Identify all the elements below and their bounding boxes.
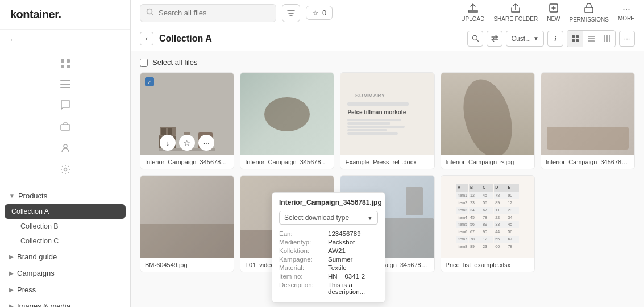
filter-button[interactable] xyxy=(282,4,300,22)
card-thumbnail xyxy=(140,176,234,258)
search-input[interactable] xyxy=(159,9,270,17)
select-all-checkbox[interactable] xyxy=(140,59,148,67)
svg-rect-12 xyxy=(585,7,593,13)
file-card[interactable]: Interior_Campaign_3456787.jpg xyxy=(541,72,635,169)
custom-dropdown[interactable]: Cust... ▼ xyxy=(506,31,544,47)
nav-group-header-press[interactable]: ▶ Press xyxy=(0,281,130,298)
chevron-right-icon: ▶ xyxy=(9,270,14,276)
list-view-button[interactable] xyxy=(583,31,599,47)
info-button[interactable]: i xyxy=(547,31,563,47)
options-button[interactable]: ··· xyxy=(619,31,635,47)
more-action[interactable]: ··· MORE xyxy=(618,4,635,22)
sidebar-item-collection-c[interactable]: Collection C xyxy=(0,234,130,248)
favorites-button[interactable]: ☆ 0 xyxy=(306,6,333,20)
share-folder-action[interactable]: SHARE FOLDER xyxy=(493,3,538,22)
tooltip-value: Packshot xyxy=(328,239,355,246)
svg-rect-23 xyxy=(609,35,610,42)
chevron-right-icon: ▶ xyxy=(9,287,14,293)
star-icon: ☆ xyxy=(312,9,319,17)
favorite-overlay-button[interactable]: ☆ xyxy=(179,135,195,151)
search-icon xyxy=(146,8,154,18)
detail-view-button[interactable] xyxy=(599,31,615,47)
nav-group-header-campaigns[interactable]: ▶ Campaigns xyxy=(0,265,130,281)
nav-group-header-brand[interactable]: ▶ Brand guide xyxy=(0,248,130,265)
permissions-action[interactable]: PERMISSIONS xyxy=(570,3,609,23)
search-bar[interactable] xyxy=(140,4,276,22)
sidebar-nav: ▼ Products Collection A Collection B Col… xyxy=(0,184,130,307)
chevron-down-icon: ▼ xyxy=(9,193,15,199)
chevron-left-icon: ‹ xyxy=(146,35,148,43)
card-name: Interior_Campaign_3456781.jpg xyxy=(145,159,229,165)
tooltip-key: Kampagne: xyxy=(279,256,325,263)
download-type-select[interactable]: Select download type ▼ xyxy=(279,211,378,225)
swap-button[interactable] xyxy=(487,31,502,47)
sidebar-person-icon[interactable] xyxy=(0,137,130,159)
card-overlay: ↓ ☆ ··· xyxy=(140,73,234,155)
new-icon xyxy=(549,3,558,15)
sidebar-settings-icon[interactable] xyxy=(0,159,130,180)
new-action[interactable]: NEW xyxy=(547,3,560,22)
breadcrumb-actions: Cust... ▼ i ··· xyxy=(467,30,635,47)
tooltip-row-kollektion: Kollektion: AW21 xyxy=(279,247,378,254)
svg-rect-20 xyxy=(588,40,595,42)
file-card[interactable]: ↓ ☆ ··· Interior_Campaign_3456781.jpg xyxy=(140,72,234,169)
sidebar-briefcase-icon[interactable] xyxy=(0,115,130,137)
tooltip-key: Description: xyxy=(279,281,325,295)
more-overlay-button[interactable]: ··· xyxy=(198,135,214,151)
tooltip-value: HN – 0341-2 xyxy=(328,273,365,280)
file-card[interactable]: BM-604549.jpg xyxy=(140,175,234,272)
card-info: Interior_Campaign_3456787.jpg xyxy=(541,155,634,169)
logo-text: kontainer. xyxy=(10,8,61,20)
card-info: Interior_Campaign_3456789.jpg xyxy=(240,155,334,169)
permissions-label: PERMISSIONS xyxy=(570,16,609,23)
card-name: BM-604549.jpg xyxy=(145,262,229,268)
sidebar-icon-back[interactable]: ← xyxy=(0,30,130,49)
tooltip-row-kampagne: Kampagne: Summer xyxy=(279,256,378,263)
svg-rect-15 xyxy=(576,35,579,38)
back-button[interactable]: ‹ xyxy=(140,32,153,45)
sidebar-item-label: Collection A xyxy=(11,208,49,215)
tooltip-key: Kollektion: xyxy=(279,247,325,254)
file-card[interactable]: A B C D E item112457890 item223568912 it… xyxy=(441,175,535,272)
custom-label: Cust... xyxy=(511,35,531,43)
svg-rect-14 xyxy=(572,35,575,38)
svg-rect-21 xyxy=(604,35,605,42)
upload-action[interactable]: UPLOAD xyxy=(461,3,484,22)
sidebar-grid-icon[interactable] xyxy=(0,53,130,74)
card-name: Interior_Campaign_3456787.jpg xyxy=(546,159,630,165)
sidebar-item-collection-a[interactable]: Collection A xyxy=(5,204,126,219)
topbar: ☆ 0 UPLOAD SHARE FOLDER NEW xyxy=(131,0,644,26)
search-button[interactable] xyxy=(467,31,483,47)
view-toggle xyxy=(567,30,616,47)
file-card[interactable]: — SUMMARY — Pelce tillman morkole Exampl… xyxy=(340,72,434,169)
nav-group-press: ▶ Press xyxy=(0,281,130,298)
card-thumbnail xyxy=(240,73,334,155)
nav-group-header-products[interactable]: ▼ Products xyxy=(0,188,130,204)
grid-view-button[interactable] xyxy=(567,31,583,47)
nav-group-label-images: Images & media xyxy=(17,302,70,307)
nav-group-products: ▼ Products Collection A Collection B Col… xyxy=(0,188,130,248)
nav-group-label-press: Press xyxy=(17,285,36,294)
svg-point-32 xyxy=(455,74,520,155)
file-card[interactable]: Interior_Campaign_3456789.jpg xyxy=(240,72,334,169)
card-name: Example_Press_rel-.docx xyxy=(345,159,429,165)
sidebar-item-collection-b[interactable]: Collection B xyxy=(0,219,130,234)
file-tooltip: Interior_Campaign_3456781.jpg Select dow… xyxy=(272,192,385,303)
tooltip-value: Textile xyxy=(328,264,347,271)
tooltip-metadata: Ean: 123456789 Medientyp: Packshot Kolle… xyxy=(279,230,378,295)
card-name: Interior_Campaign_3456789.jpg xyxy=(245,159,329,165)
sidebar-message-icon[interactable] xyxy=(0,94,130,115)
content-area: Select all files xyxy=(131,51,644,307)
file-card[interactable]: Interior_Campaign_~.jpg xyxy=(441,72,535,169)
tooltip-key: Medientyp: xyxy=(279,239,325,246)
new-label: NEW xyxy=(547,16,560,22)
sidebar-list-icon[interactable] xyxy=(0,74,130,94)
tooltip-row-description: Description: This is a description... xyxy=(279,281,378,295)
nav-group-campaigns: ▶ Campaigns xyxy=(0,265,130,281)
nav-group-header-images[interactable]: ▶ Images & media xyxy=(0,298,130,307)
download-overlay-button[interactable]: ↓ xyxy=(160,135,176,151)
select-placeholder: Select download type xyxy=(284,214,349,222)
card-info: Interior_Campaign_~.jpg xyxy=(441,155,534,169)
sidebar-item-label: Collection B xyxy=(20,222,59,230)
nav-group-label-campaigns: Campaigns xyxy=(17,269,55,277)
